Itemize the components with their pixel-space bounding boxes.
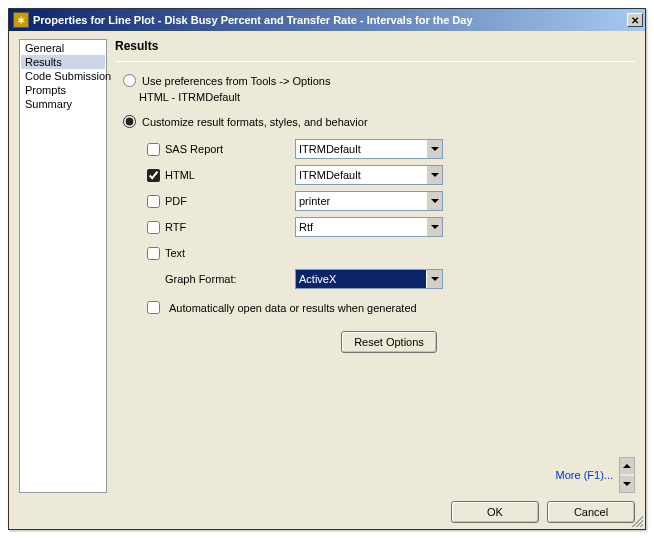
sidebar-item-summary[interactable]: Summary	[21, 97, 105, 111]
sidebar-item-code-submission[interactable]: Code Submission	[21, 69, 105, 83]
window-title: Properties for Line Plot - Disk Busy Per…	[33, 14, 627, 26]
label-rtf: RTF	[165, 221, 295, 233]
checkbox-sas-report[interactable]	[147, 143, 160, 156]
row-pdf: PDF printer	[143, 188, 635, 214]
radio-customize-label: Customize result formats, styles, and be…	[142, 116, 368, 128]
more-help-link[interactable]: More (F1)...	[556, 469, 615, 481]
row-graph-format: Graph Format: ActiveX	[143, 266, 635, 292]
select-graph-format-value: ActiveX	[299, 273, 426, 285]
checkbox-rtf[interactable]	[147, 221, 160, 234]
titlebar: ✶ Properties for Line Plot - Disk Busy P…	[9, 9, 645, 31]
sidebar-item-results[interactable]: Results	[21, 55, 105, 69]
properties-dialog: ✶ Properties for Line Plot - Disk Busy P…	[8, 8, 646, 530]
chevron-down-icon	[426, 166, 442, 184]
reset-options-button[interactable]: Reset Options	[341, 331, 437, 353]
radio-use-prefs-input[interactable]	[123, 74, 136, 87]
section-title: Results	[115, 39, 635, 53]
chevron-down-icon	[426, 140, 442, 158]
checkbox-auto-open-row[interactable]: Automatically open data or results when …	[143, 298, 635, 317]
select-pdf[interactable]: printer	[295, 191, 443, 211]
scroll-up-icon[interactable]	[620, 458, 634, 474]
cancel-button[interactable]: Cancel	[547, 501, 635, 523]
label-sas-report: SAS Report	[165, 143, 295, 155]
select-rtf-value: Rtf	[299, 221, 426, 233]
format-options: SAS Report ITRMDefault HTML	[143, 136, 635, 292]
category-sidebar: General Results Code Submission Prompts …	[19, 39, 107, 493]
dialog-button-row: OK Cancel	[19, 493, 635, 523]
ok-button[interactable]: OK	[451, 501, 539, 523]
label-text: Text	[165, 247, 295, 259]
label-html: HTML	[165, 169, 295, 181]
radio-customize-input[interactable]	[123, 115, 136, 128]
select-html[interactable]: ITRMDefault	[295, 165, 443, 185]
radio-use-prefs[interactable]: Use preferences from Tools -> Options	[123, 74, 635, 87]
label-auto-open: Automatically open data or results when …	[169, 302, 417, 314]
select-sas-report[interactable]: ITRMDefault	[295, 139, 443, 159]
chevron-down-icon	[426, 192, 442, 210]
select-sas-report-value: ITRMDefault	[299, 143, 426, 155]
app-icon: ✶	[13, 12, 29, 28]
select-html-value: ITRMDefault	[299, 169, 426, 181]
divider	[115, 61, 635, 62]
use-prefs-subtext: HTML - ITRMDefault	[139, 91, 635, 103]
chevron-down-icon	[426, 218, 442, 236]
sidebar-item-general[interactable]: General	[21, 41, 105, 55]
checkbox-html[interactable]	[147, 169, 160, 182]
row-text: Text	[143, 240, 635, 266]
label-pdf: PDF	[165, 195, 295, 207]
select-graph-format[interactable]: ActiveX	[295, 269, 443, 289]
radio-use-prefs-label: Use preferences from Tools -> Options	[142, 75, 330, 87]
more-area: More (F1)...	[556, 457, 635, 493]
checkbox-pdf[interactable]	[147, 195, 160, 208]
main-panel: Results Use preferences from Tools -> Op…	[115, 39, 635, 493]
scroll-down-icon[interactable]	[620, 476, 634, 492]
row-sas-report: SAS Report ITRMDefault	[143, 136, 635, 162]
checkbox-text[interactable]	[147, 247, 160, 260]
checkbox-auto-open[interactable]	[147, 301, 160, 314]
radio-customize[interactable]: Customize result formats, styles, and be…	[123, 115, 635, 128]
resize-grip-icon[interactable]	[629, 513, 643, 527]
scrollbar-vertical[interactable]	[619, 457, 635, 493]
chevron-down-icon	[426, 270, 442, 288]
select-pdf-value: printer	[299, 195, 426, 207]
row-rtf: RTF Rtf	[143, 214, 635, 240]
close-button[interactable]: ✕	[627, 13, 643, 27]
dialog-body: General Results Code Submission Prompts …	[9, 31, 645, 529]
sidebar-item-prompts[interactable]: Prompts	[21, 83, 105, 97]
select-rtf[interactable]: Rtf	[295, 217, 443, 237]
row-html: HTML ITRMDefault	[143, 162, 635, 188]
label-graph-format: Graph Format:	[165, 273, 295, 285]
